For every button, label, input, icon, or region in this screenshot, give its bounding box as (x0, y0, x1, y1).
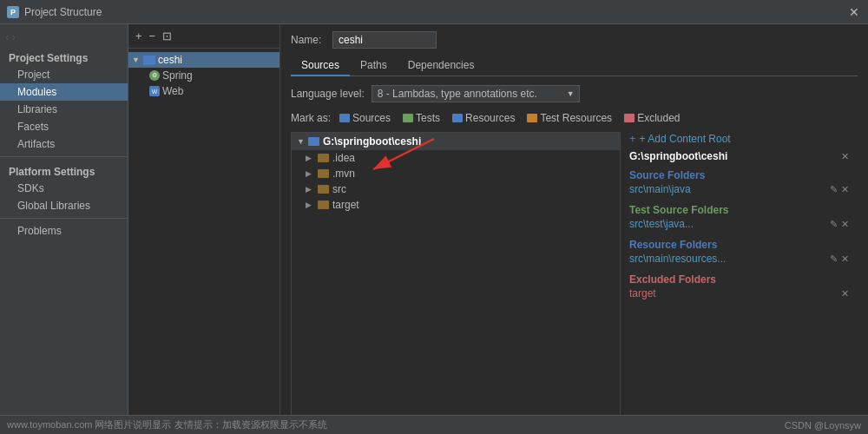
add-content-root-label: + Add Content Root (640, 133, 731, 145)
remove-content-root-button[interactable]: ✕ (841, 151, 849, 162)
excluded-folders-section: Excluded Folders target ✕ (629, 273, 849, 299)
mark-as-test-resources[interactable]: Test Resources (523, 111, 615, 125)
excluded-folder-icon (624, 114, 635, 122)
resources-folder-icon (452, 114, 463, 122)
mark-tests-label: Tests (416, 112, 440, 124)
file-tree-area: ▼ G:\springboot\ceshi ▶ .idea ▶ .mvn ▶ (291, 132, 621, 427)
language-level-wrapper: 8 - Lambdas, type annotations etc. (372, 85, 580, 102)
file-label-src: src (332, 183, 346, 195)
mark-sources-label: Sources (352, 112, 391, 124)
content-root-path-label: G:\springboot\ceshi (629, 150, 727, 162)
resource-folders-title: Resource Folders (629, 239, 849, 251)
sidebar-item-problems[interactable]: Problems (0, 222, 128, 240)
mark-as-label: Mark as: (291, 112, 331, 124)
sidebar-item-global-libraries[interactable]: Global Libraries (0, 197, 128, 214)
tree-toolbar: + − ⊡ (128, 24, 279, 49)
file-tree-item-target[interactable]: ▶ target (292, 197, 620, 213)
file-label-target: target (332, 199, 359, 211)
tree-item-spring[interactable]: ⚙ Spring (128, 68, 279, 83)
sidebar-item-sdks[interactable]: SDKs (0, 180, 128, 197)
title-bar: P Project Structure ✕ (0, 0, 868, 24)
sidebar-divider-2 (0, 218, 128, 219)
add-content-root[interactable]: + + Add Content Root (629, 132, 849, 145)
excluded-path-label: target (629, 287, 656, 299)
mark-as-tests[interactable]: Tests (399, 111, 444, 125)
file-tree-item-src[interactable]: ▶ src (292, 181, 620, 197)
title-bar-text: Project Structure (24, 6, 842, 18)
bottom-watermark: www.toymoban.com 网络图片说明显示 友情提示：加载资源权限显示不… (7, 418, 327, 431)
test-source-icons: ✎ ✕ (830, 219, 849, 230)
tests-folder-icon (403, 114, 413, 122)
src-folder-icon (318, 185, 329, 194)
test-path-label: src\test\java... (629, 218, 694, 230)
tab-sources[interactable]: Sources (291, 56, 350, 76)
mark-as-resources[interactable]: Resources (449, 111, 518, 125)
remove-module-button[interactable]: − (148, 30, 158, 43)
delete-excluded-button[interactable]: ✕ (841, 288, 849, 299)
language-level-select[interactable]: 8 - Lambdas, type annotations etc. (372, 85, 580, 102)
excluded-folders-title: Excluded Folders (629, 273, 849, 286)
tree-arrow-ceshi: ▼ (132, 56, 141, 64)
resource-folders-section: Resource Folders src\main\resources... ✎… (629, 239, 849, 265)
language-level-label: Language level: (291, 88, 365, 100)
sources-folder-icon (339, 114, 350, 122)
mark-as-row: Mark as: Sources Tests Resources Test Re… (291, 111, 858, 125)
source-path-label: src\main\java (629, 183, 691, 195)
sidebar-item-artifacts[interactable]: Artifacts (0, 135, 128, 153)
copy-module-button[interactable]: ⊡ (161, 30, 174, 43)
tab-paths[interactable]: Paths (350, 56, 398, 76)
edit-test-button[interactable]: ✎ (830, 219, 838, 230)
tree-item-web[interactable]: W Web (128, 83, 279, 99)
sidebar-nav: ‹ › (0, 28, 128, 47)
file-tree-item-idea[interactable]: ▶ .idea (292, 150, 620, 166)
tree-label-spring: Spring (162, 69, 193, 82)
mvn-folder-icon (318, 169, 329, 178)
edit-source-button[interactable]: ✎ (830, 184, 838, 195)
name-row: Name: (291, 31, 858, 49)
mark-excluded-label: Excluded (637, 112, 680, 124)
delete-resource-button[interactable]: ✕ (841, 253, 849, 265)
nav-back[interactable]: ‹ (5, 31, 9, 43)
add-module-button[interactable]: + (134, 30, 144, 43)
nav-forward[interactable]: › (12, 31, 16, 43)
tree-item-ceshi[interactable]: ▼ ceshi (128, 52, 279, 68)
edit-resource-button[interactable]: ✎ (830, 253, 838, 265)
source-folders-path: src\main\java ✎ ✕ (629, 183, 849, 195)
close-button[interactable]: ✕ (847, 5, 861, 19)
resource-path-label: src\main\resources... (629, 253, 726, 265)
sidebar-item-modules[interactable]: Modules (0, 83, 128, 101)
folder-icon-ceshi (143, 56, 155, 65)
sidebar-item-facets[interactable]: Facets (0, 118, 128, 135)
name-label: Name: (291, 34, 326, 46)
file-label-idea: .idea (332, 152, 355, 164)
delete-test-button[interactable]: ✕ (841, 219, 849, 230)
content-root-path-row: G:\springboot\ceshi ✕ (629, 150, 849, 162)
mark-as-excluded[interactable]: Excluded (621, 111, 683, 125)
file-tree-arrow: ▼ (297, 137, 305, 146)
tab-dependencies[interactable]: Dependencies (398, 56, 485, 76)
platform-settings-header: Platform Settings (0, 161, 128, 180)
sidebar-item-project[interactable]: Project (0, 66, 128, 83)
name-input[interactable] (332, 31, 437, 49)
tree-label-web: Web (162, 85, 183, 97)
module-details-panel: Name: Sources Paths Dependencies Languag… (280, 24, 868, 434)
project-settings-header: Project Settings (0, 47, 128, 66)
source-folders-icons: ✎ ✕ (830, 184, 849, 195)
sidebar: ‹ › Project Settings Project Modules Lib… (0, 24, 128, 434)
module-tree-panel: + − ⊡ ▼ ceshi ⚙ Spring W Web (128, 24, 280, 434)
module-tree: ▼ ceshi ⚙ Spring W Web (128, 49, 279, 434)
source-folders-title: Source Folders (629, 169, 849, 181)
mark-resources-label: Resources (465, 112, 515, 124)
content-split: ▼ G:\springboot\ceshi ▶ .idea ▶ .mvn ▶ (291, 132, 858, 427)
file-tree-root[interactable]: ▼ G:\springboot\ceshi (292, 133, 620, 150)
test-source-folders-title: Test Source Folders (629, 204, 849, 216)
web-icon: W (149, 86, 160, 96)
sidebar-item-libraries[interactable]: Libraries (0, 101, 128, 118)
test-resources-folder-icon (527, 114, 537, 122)
delete-source-button[interactable]: ✕ (841, 184, 849, 195)
main-layout: ‹ › Project Settings Project Modules Lib… (0, 24, 868, 434)
excluded-icons: ✕ (841, 288, 849, 299)
mark-as-sources[interactable]: Sources (336, 111, 394, 125)
file-tree-item-mvn[interactable]: ▶ .mvn (292, 166, 620, 181)
language-level-row: Language level: 8 - Lambdas, type annota… (291, 85, 858, 102)
